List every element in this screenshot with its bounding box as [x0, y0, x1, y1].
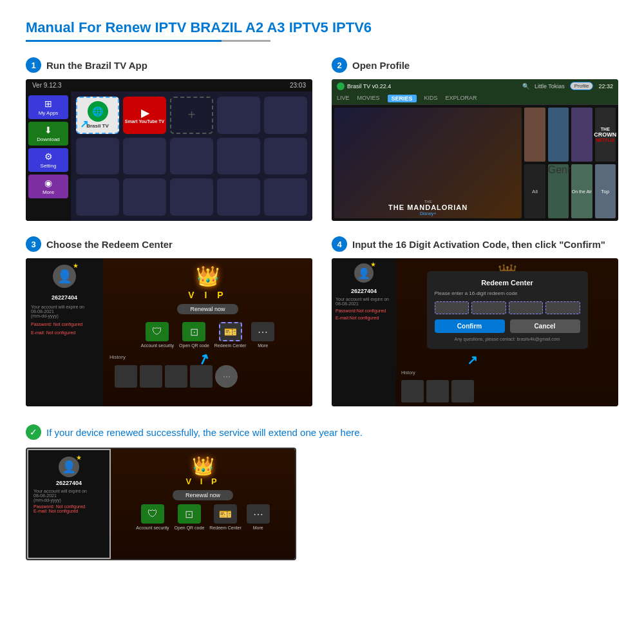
open-qr-btn[interactable]: ⊡ Open QR code [179, 322, 209, 348]
screen1-sidebar: ⊞ My Apps ⬇ Download ⚙ Setting ◉ [26, 91, 71, 221]
step-2-title: Open Profile [352, 60, 410, 71]
screen4-email: E-mail:Not configured [336, 316, 392, 320]
screen4-hist-1 [401, 380, 424, 402]
poster-3 [571, 108, 592, 162]
code-field-4[interactable] [545, 301, 580, 314]
success-crown-icon: 👑 [192, 455, 214, 477]
success-more-icon: ⋯ [247, 504, 270, 524]
sidebar-more-label: More [43, 189, 54, 195]
history-item-1 [115, 365, 137, 388]
step-2-circle: 2 [332, 57, 347, 73]
screen2-nav: LIVE MOVIES SERIES KIDS EXPLORAR [332, 93, 618, 105]
success-section: ✓ If your device renewed successfully, t… [26, 424, 618, 560]
success-check-icon: ✓ [26, 424, 41, 440]
nav-kids[interactable]: KIDS [424, 95, 438, 102]
search-icon[interactable]: 🔍 [522, 83, 529, 90]
screen2-time: 22:32 [598, 83, 613, 90]
setting-icon: ⚙ [44, 151, 53, 162]
screen4-right: 👑 V I P Redeem Center Please enter a 16-… [396, 258, 618, 406]
success-user-id: 26227404 [33, 480, 104, 486]
screen4-history: History [396, 369, 618, 406]
step-3-circle: 3 [26, 236, 41, 252]
success-redeem-icon: 🎫 [214, 504, 237, 524]
poster-1 [524, 108, 545, 162]
steps-grid: 1 Run the Brazil TV App Ver 9.12.3 23:03… [26, 57, 618, 406]
success-action-icons: 🛡 Account security ⊡ Open QR code 🎫 Rede… [136, 504, 269, 530]
more-options-btn[interactable]: ⋯ More [251, 322, 274, 348]
step-3-screen: 👤 ★ 26227404 Your account will expire on… [26, 258, 312, 406]
nav-movies[interactable]: MOVIES [357, 95, 380, 102]
step-3-block: 3 Choose the Redeem Center 👤 ★ 26227404 … [26, 236, 312, 406]
step-2-screen: Brasil TV v0.22.4 🔍 Little Tokias Profil… [332, 79, 618, 221]
screen1-app-grid: 🌐 Brasil TV ↗ ▶ Smart YouTube TV + [71, 91, 312, 221]
success-redeem-btn[interactable]: 🎫 Redeem Center [209, 504, 241, 530]
screen4-user-panel: 👤 ★ 26227404 Your account will expire on… [332, 258, 396, 406]
user-avatar: 👤 ★ [53, 265, 76, 288]
password-info: Password: Not configured [31, 322, 98, 327]
the-crown-poster: THE CROWN NETFLIX [595, 108, 616, 162]
little-tokias-label: Little Tokias [535, 83, 565, 90]
page-title: Manual For Renew IPTV BRAZIL A2 A3 IPTV5… [26, 19, 618, 36]
step-4-block: 4 Input the 16 Digit Activation Code, th… [332, 236, 618, 406]
step-2-block: 2 Open Profile Brasil TV v0.22.4 🔍 Littl… [332, 57, 618, 221]
cancel-button[interactable]: Cancel [510, 319, 580, 333]
vip-text: V I P [188, 290, 227, 300]
account-security-btn[interactable]: 🛡 Account security [141, 322, 174, 348]
account-security-label: Account security [141, 343, 174, 348]
tab-all[interactable]: All [524, 164, 545, 218]
history-item-5[interactable]: ⋯ [215, 365, 238, 388]
smart-yt-label: Smart YouTube TV [125, 119, 164, 124]
nav-live[interactable]: LIVE [337, 95, 350, 102]
code-field-1[interactable] [435, 301, 469, 314]
screen1-time: 23:03 [290, 82, 306, 89]
screen3-user-panel: 👤 ★ 26227404 Your account will expire on… [26, 258, 103, 406]
success-qr-btn[interactable]: ⊡ Open QR code [175, 504, 205, 530]
sidebar-download-label: Download [37, 137, 60, 142]
screen1-topbar: Ver 9.12.3 23:03 [26, 79, 312, 91]
dialog-buttons: Confirm Cancel [435, 319, 580, 333]
empty-app-8 [76, 178, 119, 216]
dialog-contact-info: Any questions, please contact: brasitv4k… [435, 337, 580, 341]
confirm-button[interactable]: Confirm [435, 319, 505, 333]
action-icons-row: 🛡 Account security ⊡ Open QR code 🎫 Rede… [141, 322, 274, 348]
nav-series[interactable]: SERIES [388, 95, 417, 102]
empty-app-2 [264, 97, 307, 134]
sidebar-download[interactable]: ⬇ Download [28, 122, 68, 146]
success-account-security-btn[interactable]: 🛡 Account security [136, 504, 169, 530]
step-3-header: 3 Choose the Redeem Center [26, 236, 312, 252]
empty-app-9 [123, 178, 166, 216]
step-2-header: 2 Open Profile [332, 57, 618, 73]
tab-top[interactable]: Top [595, 164, 616, 218]
sidebar-myapps[interactable]: ⊞ My Apps [28, 95, 68, 119]
screen1-body: ⊞ My Apps ⬇ Download ⚙ Setting ◉ [26, 91, 312, 221]
success-qr-icon: ⊡ [178, 504, 201, 524]
success-avatar: 👤 ★ [59, 457, 79, 477]
add-new-app-icon[interactable]: + [170, 97, 213, 134]
screen2-topbar: Brasil TV v0.22.4 🔍 Little Tokias Profil… [332, 79, 618, 93]
smart-yt-app-icon[interactable]: ▶ Smart YouTube TV [123, 97, 166, 134]
brasil-tv-app-icon[interactable]: 🌐 Brasil TV ↗ [76, 97, 119, 134]
screen4-hist-3 [451, 380, 474, 402]
redeem-dialog: Redeem Center Please enter a 16-digit re… [427, 271, 588, 349]
empty-app-3 [76, 138, 119, 175]
code-field-2[interactable] [471, 301, 506, 314]
empty-app-5 [170, 138, 213, 175]
success-header: ✓ If your device renewed successfully, t… [26, 424, 618, 440]
step-1-screen: Ver 9.12.3 23:03 ⊞ My Apps ⬇ Download [26, 79, 312, 221]
success-more-btn[interactable]: ⋯ More [247, 504, 270, 530]
tab-genre[interactable]: Genre [548, 164, 569, 218]
empty-app-12 [264, 178, 307, 216]
redeem-center-btn[interactable]: 🎫 Redeem Center [214, 322, 246, 348]
renewal-button[interactable]: Renewal now [177, 304, 238, 314]
mandalorian-poster: THE THE MANDALORIAN Disney+ [334, 108, 522, 218]
success-renewal-btn[interactable]: Renewal now [173, 490, 233, 500]
code-field-3[interactable] [509, 301, 544, 314]
tab-on-air[interactable]: On the Air [571, 164, 592, 218]
screen2-content: THE THE MANDALORIAN Disney+ THE [332, 105, 618, 221]
nav-explorar[interactable]: EXPLORAR [446, 95, 477, 102]
sidebar-more[interactable]: ◉ More [28, 175, 68, 198]
more-options-label: More [258, 343, 268, 348]
profile-button[interactable]: Profile [570, 82, 594, 90]
sidebar-setting[interactable]: ⚙ Setting [28, 148, 68, 172]
screen4-expire: Your account will expire on 08-08-2021 [336, 297, 392, 306]
